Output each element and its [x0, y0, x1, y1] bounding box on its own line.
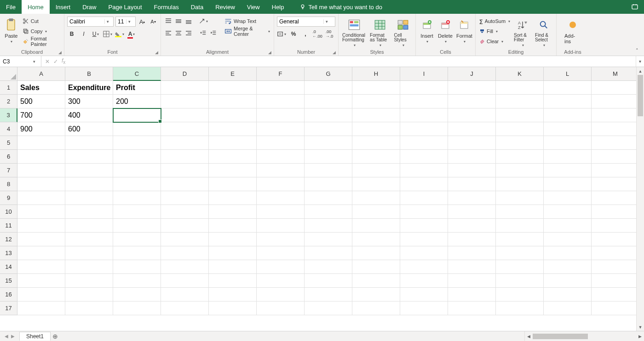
row-header-7[interactable]: 7 — [0, 164, 17, 177]
conditional-formatting-button[interactable]: Conditional Formatting▾ — [341, 17, 367, 48]
cell-J6[interactable] — [448, 150, 496, 164]
cell-A9[interactable] — [17, 191, 65, 205]
cell-G13[interactable] — [305, 246, 352, 260]
cell-I15[interactable] — [400, 274, 448, 288]
cell-I14[interactable] — [400, 260, 448, 274]
row-header-10[interactable]: 10 — [0, 205, 17, 219]
cell-D14[interactable] — [161, 260, 209, 274]
cell-K15[interactable] — [496, 274, 544, 288]
menu-tab-data[interactable]: Data — [185, 0, 209, 14]
comma-icon[interactable]: , — [301, 29, 310, 39]
collapse-ribbon-icon[interactable]: ˄ — [636, 48, 638, 54]
cell-B7[interactable] — [65, 164, 113, 177]
addins-button[interactable]: Add-ins — [564, 17, 582, 45]
format-cells-button[interactable]: Format▾ — [455, 17, 473, 45]
cell-J16[interactable] — [448, 288, 496, 301]
cell-J14[interactable] — [448, 260, 496, 274]
accounting-format-icon[interactable]: ▾ — [277, 29, 286, 39]
delete-cells-button[interactable]: Delete▾ — [437, 17, 454, 45]
cell-G2[interactable] — [305, 95, 352, 108]
chevron-down-icon[interactable]: ▾ — [104, 19, 111, 24]
cell-M7[interactable] — [592, 164, 639, 177]
cell-A5[interactable] — [17, 136, 65, 150]
cell-H6[interactable] — [352, 150, 400, 164]
font-name-input[interactable] — [68, 18, 104, 25]
cell-J8[interactable] — [448, 177, 496, 191]
cell-B12[interactable] — [65, 233, 113, 246]
orientation-icon[interactable]: ▾ — [199, 17, 208, 26]
cell-I4[interactable] — [400, 122, 448, 136]
column-header-E[interactable]: E — [209, 67, 257, 81]
cell-G17[interactable] — [305, 301, 352, 315]
cell-I17[interactable] — [400, 301, 448, 315]
row-header-15[interactable]: 15 — [0, 274, 17, 288]
cell-L5[interactable] — [544, 136, 592, 150]
cell-E5[interactable] — [209, 136, 257, 150]
cell-K7[interactable] — [496, 164, 544, 177]
cell-F3[interactable] — [257, 108, 305, 122]
menu-tab-home[interactable]: Home — [22, 0, 50, 14]
cell-B9[interactable] — [65, 191, 113, 205]
cell-J7[interactable] — [448, 164, 496, 177]
cell-B13[interactable] — [65, 246, 113, 260]
cell-G6[interactable] — [305, 150, 352, 164]
number-format-combo[interactable]: ▾ — [277, 17, 335, 27]
cell-H3[interactable] — [352, 108, 400, 122]
menu-tab-file[interactable]: File — [0, 0, 22, 14]
cell-E16[interactable] — [209, 288, 257, 301]
cell-B6[interactable] — [65, 150, 113, 164]
menu-tab-view[interactable]: View — [241, 0, 266, 14]
percent-icon[interactable]: % — [289, 29, 298, 39]
cell-D8[interactable] — [161, 177, 209, 191]
cell-M10[interactable] — [592, 205, 639, 219]
increase-indent-icon[interactable] — [209, 28, 218, 38]
cell-E7[interactable] — [209, 164, 257, 177]
cell-L11[interactable] — [544, 219, 592, 233]
cell-H14[interactable] — [352, 260, 400, 274]
cell-A15[interactable] — [17, 274, 65, 288]
cell-H11[interactable] — [352, 219, 400, 233]
enter-formula-icon[interactable]: ✓ — [53, 58, 58, 65]
horizontal-scrollbar[interactable]: ◀ ▶ — [524, 331, 644, 341]
copy-button[interactable]: Copy ▾ — [22, 27, 61, 36]
row-header-8[interactable]: 8 — [0, 177, 17, 191]
cell-C5[interactable] — [113, 136, 161, 150]
cell-B15[interactable] — [65, 274, 113, 288]
cell-M11[interactable] — [592, 219, 639, 233]
chevron-down-icon[interactable]: ▾ — [28, 59, 41, 64]
column-header-A[interactable]: A — [17, 67, 65, 81]
cell-E10[interactable] — [209, 205, 257, 219]
cell-M14[interactable] — [592, 260, 639, 274]
cell-L13[interactable] — [544, 246, 592, 260]
cell-I10[interactable] — [400, 205, 448, 219]
cell-B10[interactable] — [65, 205, 113, 219]
cell-C3[interactable] — [113, 108, 161, 122]
column-header-G[interactable]: G — [305, 67, 352, 81]
cell-J1[interactable] — [448, 81, 496, 95]
cell-L8[interactable] — [544, 177, 592, 191]
cell-C13[interactable] — [113, 246, 161, 260]
cell-E9[interactable] — [209, 191, 257, 205]
cell-J4[interactable] — [448, 122, 496, 136]
scroll-up-icon[interactable]: ▲ — [637, 67, 644, 75]
cell-F14[interactable] — [257, 260, 305, 274]
paste-button[interactable]: Paste ▾ — [3, 17, 20, 45]
cell-E12[interactable] — [209, 233, 257, 246]
cell-C6[interactable] — [113, 150, 161, 164]
cell-E2[interactable] — [209, 95, 257, 108]
cell-C12[interactable] — [113, 233, 161, 246]
cell-I13[interactable] — [400, 246, 448, 260]
merge-center-button[interactable]: Merge & Center ▾ — [224, 27, 271, 36]
cell-K14[interactable] — [496, 260, 544, 274]
cell-L4[interactable] — [544, 122, 592, 136]
font-name-combo[interactable]: ▾ — [67, 17, 114, 27]
cell-G10[interactable] — [305, 205, 352, 219]
cell-B8[interactable] — [65, 177, 113, 191]
increase-font-icon[interactable]: A▴ — [138, 17, 147, 26]
cell-F11[interactable] — [257, 219, 305, 233]
row-header-14[interactable]: 14 — [0, 260, 17, 274]
cell-D13[interactable] — [161, 246, 209, 260]
cell-C15[interactable] — [113, 274, 161, 288]
cell-L10[interactable] — [544, 205, 592, 219]
row-header-13[interactable]: 13 — [0, 246, 17, 260]
